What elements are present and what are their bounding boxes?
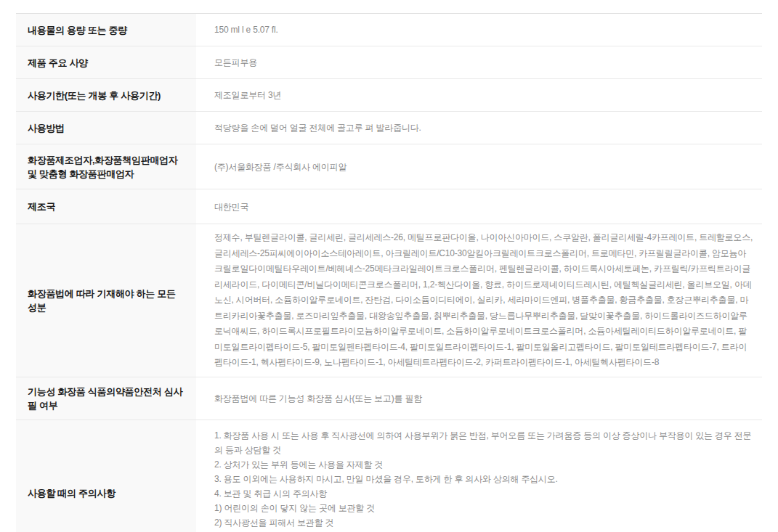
caution-line: 5. 눈에 들어갔을 때에는 즉시 씻어낼 것. bbox=[214, 530, 753, 532]
table-row-usage: 사용방법 적당량을 손에 덜어 얼굴 전체에 골고루 펴 발라줍니다. bbox=[16, 112, 762, 144]
caution-line: 1. 화장품 사용 시 또는 사용 후 직사광선에 의하여 사용부위가 붉은 반… bbox=[214, 428, 753, 457]
row-label: 제품 주요 사양 bbox=[16, 46, 196, 78]
row-value: 제조일로부터 3년 bbox=[196, 81, 762, 110]
row-label: 사용기한(또는 개봉 후 사용기간) bbox=[16, 79, 196, 111]
table-row-functional-approval: 기능성 화장품 식품의약품안전처 심사필 여부 화장품법에 따른 기능성 화장품… bbox=[16, 377, 762, 420]
row-label: 내용물의 용량 또는 중량 bbox=[16, 14, 196, 46]
row-label: 제조국 bbox=[16, 189, 196, 224]
row-label: 사용방법 bbox=[16, 112, 196, 144]
row-label: 기능성 화장품 식품의약품안전처 심사필 여부 bbox=[16, 377, 196, 420]
table-row-spec: 제품 주요 사양 모든피부용 bbox=[16, 46, 762, 79]
row-value: 대한민국 bbox=[196, 192, 762, 221]
caution-line: 3. 용도 이외에는 사용하지 마시고, 만일 마셨을 경우, 토하게 한 후 … bbox=[214, 472, 753, 486]
row-label: 화장품법에 따라 기재해야 하는 모든 성분 bbox=[16, 224, 196, 377]
row-value: (주)서울화장품 /주식회사 에이피알 bbox=[196, 152, 762, 181]
row-value: 150 ml l e 5.07 fl. bbox=[196, 15, 762, 44]
row-label: 사용할 때의 주의사항 bbox=[16, 420, 196, 532]
table-row-country: 제조국 대한민국 bbox=[16, 189, 762, 224]
row-value: 모든피부용 bbox=[196, 48, 762, 77]
caution-line: 2. 상처가 있는 부위 등에는 사용을 자제할 것 bbox=[214, 457, 753, 472]
table-row-volume: 내용물의 용량 또는 중량 150 ml l e 5.07 fl. bbox=[16, 14, 762, 46]
table-row-manufacturer: 화장품제조업자,화장품책임판매업자 및 맞춤형 화장품판매업자 (주)서울화장품… bbox=[16, 144, 762, 189]
table-row-expiry: 사용기한(또는 개봉 후 사용기간) 제조일로부터 3년 bbox=[16, 79, 762, 112]
table-row-ingredients: 화장품법에 따라 기재해야 하는 모든 성분 정제수, 부틸렌글라이콜, 글리세… bbox=[16, 224, 762, 377]
row-value-ingredients: 정제수, 부틸렌글라이콜, 글리세린, 글리세레스-26, 메틸프로판다이올, … bbox=[196, 224, 762, 377]
table-row-cautions: 사용할 때의 주의사항 1. 화장품 사용 시 또는 사용 후 직사광선에 의하… bbox=[16, 420, 762, 532]
row-label: 화장품제조업자,화장품책임판매업자 및 맞춤형 화장품판매업자 bbox=[16, 144, 196, 189]
caution-line: 2) 직사광선을 피해서 보관할 것 bbox=[214, 515, 753, 530]
caution-line: 4. 보관 및 취급 시의 주의사항 bbox=[214, 486, 753, 501]
caution-line: 1) 어린이의 손이 닿지 않는 곳에 보관할 것 bbox=[214, 501, 753, 515]
row-value-cautions: 1. 화장품 사용 시 또는 사용 후 직사광선에 의하여 사용부위가 붉은 반… bbox=[196, 420, 762, 532]
row-value: 화장품법에 따른 기능성 화장품 심사(또는 보고)를 필함 bbox=[196, 384, 762, 413]
product-spec-table: 내용물의 용량 또는 중량 150 ml l e 5.07 fl. 제품 주요 … bbox=[16, 13, 762, 532]
row-value: 적당량을 손에 덜어 얼굴 전체에 골고루 펴 발라줍니다. bbox=[196, 113, 762, 142]
